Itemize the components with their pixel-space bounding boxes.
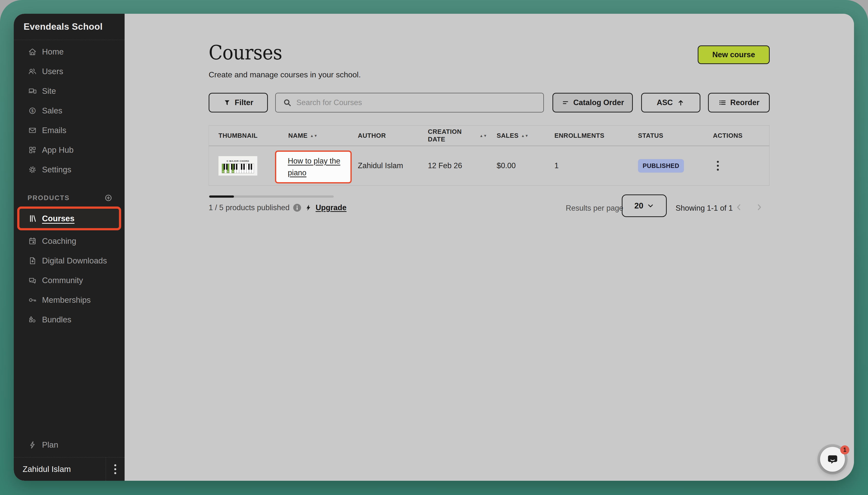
col-enrollments: ENROLLMENTS [545, 125, 628, 146]
results-per-page-label: Results per page [566, 204, 623, 212]
chevron-down-icon [647, 202, 654, 209]
sidebar-item-app-hub[interactable]: App Hub [14, 140, 125, 160]
sidebar-item-label: Emails [42, 126, 66, 135]
table-header: THUMBNAIL NAME ▲▼ AUTHOR CREATION DATE ▲… [209, 125, 769, 146]
sidebar-item-digital-downloads[interactable]: Digital Downloads [14, 251, 125, 271]
sales-cell: $0.00 [487, 146, 545, 185]
list-icon [718, 99, 727, 107]
products-progress-bar [209, 195, 334, 198]
sidebar-item-label: Community [42, 276, 83, 285]
published-summary: 1 / 5 products published [209, 203, 290, 212]
svg-text:E: E [228, 171, 229, 173]
sidebar-nav: Home Users Site $ Sales Emails App Hub [14, 42, 125, 180]
arrow-up-icon [676, 99, 685, 107]
community-icon [28, 275, 37, 285]
asc-sort-button[interactable]: ASC [641, 93, 700, 113]
course-thumbnail[interactable]: C MAJOR CHORD [218, 156, 257, 175]
sidebar-spacer [14, 329, 125, 435]
bundles-icon [28, 315, 37, 325]
sidebar-item-label: Users [42, 67, 63, 76]
col-actions: ACTIONS [703, 125, 769, 146]
catalog-order-label: Catalog Order [573, 98, 624, 107]
sidebar-item-emails[interactable]: Emails [14, 121, 125, 140]
users-icon [28, 67, 37, 76]
col-sales: SALES ▲▼ [487, 125, 545, 146]
course-name-link[interactable]: How to play the piano [276, 155, 350, 179]
col-thumbnail: THUMBNAIL [209, 125, 279, 146]
pagination-prev-button[interactable] [734, 202, 744, 212]
svg-text:G: G [232, 171, 233, 173]
reorder-label: Reorder [731, 98, 759, 107]
user-row: Zahidul Islam [14, 457, 125, 481]
user-name[interactable]: Zahidul Islam [14, 458, 106, 481]
sidebar-item-site[interactable]: Site [14, 81, 125, 101]
download-file-icon [28, 256, 37, 266]
sidebar-item-label: Courses [42, 214, 75, 223]
sidebar-item-community[interactable]: Community [14, 271, 125, 290]
row-actions-button[interactable] [717, 161, 719, 171]
author-cell: Zahidul Islam [348, 146, 418, 185]
filter-icon [223, 99, 231, 106]
page-title: Courses [209, 41, 282, 64]
chat-launcher-button[interactable]: 1 [820, 447, 845, 472]
sidebar-item-bundles[interactable]: Bundles [14, 310, 125, 329]
chat-unread-badge: 1 [840, 445, 849, 455]
filter-button[interactable]: Filter [209, 93, 268, 113]
sort-toggle-creation-date[interactable]: ▲▼ [479, 134, 487, 137]
chevron-left-icon [734, 203, 744, 212]
sidebar-item-home[interactable]: Home [14, 42, 125, 62]
lightning-icon [28, 440, 37, 450]
status-cell: PUBLISHED [628, 146, 703, 185]
courses-icon [28, 214, 37, 223]
search-input[interactable] [296, 98, 543, 107]
sidebar-item-courses[interactable]: Courses [19, 209, 119, 228]
sort-toggle-sales[interactable]: ▲▼ [521, 134, 529, 137]
key-icon [28, 295, 37, 305]
sidebar-item-memberships[interactable]: Memberships [14, 290, 125, 310]
sales-icon: $ [28, 106, 37, 116]
sidebar: Evendeals School Home Users Site $ Sales… [14, 14, 125, 481]
sidebar-item-coaching[interactable]: Coaching [14, 231, 125, 251]
status-badge: PUBLISHED [638, 159, 684, 173]
courses-table: THUMBNAIL NAME ▲▼ AUTHOR CREATION DATE ▲… [209, 125, 769, 186]
filter-label: Filter [235, 98, 253, 107]
sidebar-item-label: Memberships [42, 295, 91, 305]
app-hub-icon [28, 145, 37, 155]
col-status: STATUS [628, 125, 703, 146]
sidebar-item-label: Plan [42, 440, 58, 449]
col-author: AUTHOR [348, 125, 418, 146]
sidebar-item-label: Sales [42, 106, 62, 115]
add-product-icon[interactable] [103, 192, 114, 203]
info-icon[interactable] [293, 204, 301, 212]
home-icon [28, 47, 37, 57]
chevron-right-icon [754, 203, 764, 212]
sort-toggle-name[interactable]: ▲▼ [310, 134, 318, 137]
course-name-annotation: How to play the piano [275, 151, 352, 184]
upgrade-link[interactable]: Upgrade [315, 203, 346, 212]
courses-selection-annotation: Courses [17, 206, 121, 230]
enrollments-cell: 1 [545, 146, 628, 185]
reorder-button[interactable]: Reorder [708, 93, 770, 113]
gear-icon [28, 165, 37, 175]
user-menu-button[interactable] [106, 458, 125, 481]
pagination-next-button[interactable] [754, 202, 765, 212]
sidebar-item-sales[interactable]: $ Sales [14, 101, 125, 121]
thumbnail-cell: C MAJOR CHORD [209, 146, 279, 185]
results-per-page-value: 20 [634, 201, 643, 210]
search-box [275, 93, 544, 113]
coaching-icon [28, 236, 37, 246]
svg-text:C: C [223, 171, 224, 173]
col-creation-date: CREATION DATE ▲▼ [418, 125, 487, 146]
catalog-order-button[interactable]: Catalog Order [553, 93, 633, 113]
sidebar-item-label: App Hub [42, 146, 73, 155]
main-content: Courses Create and manage courses in you… [125, 14, 854, 481]
sidebar-item-users[interactable]: Users [14, 62, 125, 81]
site-icon [28, 86, 37, 96]
new-course-button[interactable]: New course [698, 46, 770, 64]
upgrade-lightning-icon [305, 204, 312, 211]
school-header[interactable]: Evendeals School [14, 14, 125, 40]
sidebar-item-settings[interactable]: Settings [14, 160, 125, 180]
sidebar-item-plan[interactable]: Plan [14, 435, 125, 455]
school-name: Evendeals School [23, 22, 102, 32]
results-per-page-select[interactable]: 20 [622, 194, 667, 217]
